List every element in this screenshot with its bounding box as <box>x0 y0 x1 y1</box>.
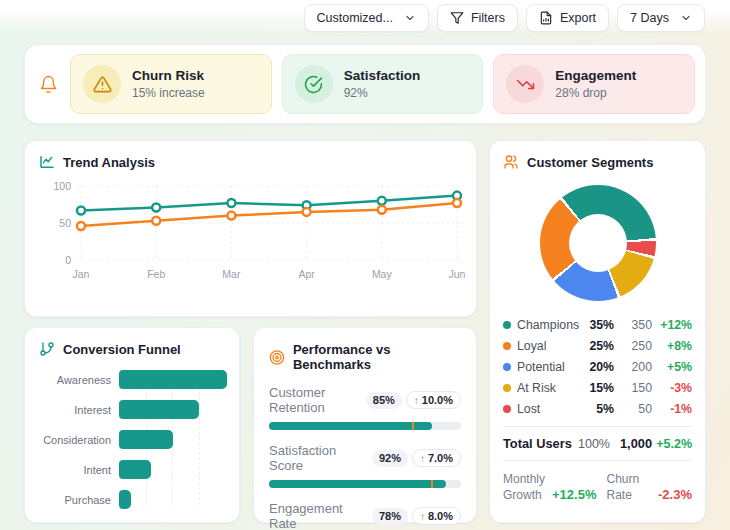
metric-label: Customer Retention <box>269 385 366 415</box>
metric-delta-value: 8.0% <box>428 510 453 522</box>
funnel-chart: Awareness Interest Consideration Intent … <box>39 370 227 509</box>
metric-value-badge: 78% <box>372 508 408 525</box>
alert-card-engagement: Engagement 28% drop <box>493 54 695 114</box>
metric-label: Satisfaction Score <box>269 443 372 473</box>
metric-value-badge: 85% <box>366 392 402 409</box>
panel-title: Conversion Funnel <box>63 342 181 357</box>
total-users-pct: 100% <box>574 437 610 451</box>
legend-dot <box>503 363 511 371</box>
segments-footer: Monthly Growth +12.5% Churn Rate -2.3% <box>503 468 692 503</box>
funnel-bar <box>119 430 173 449</box>
funnel-stage-label: Purchase <box>39 494 111 506</box>
svg-text:Feb: Feb <box>147 268 165 280</box>
svg-text:Jan: Jan <box>73 268 90 280</box>
filter-funnel-icon <box>450 11 464 25</box>
alert-title: Engagement <box>555 68 636 83</box>
churn-rate-value: -2.3% <box>658 487 692 503</box>
legend-dot <box>503 321 511 329</box>
trend-analysis-panel: Trend Analysis 100500JanFebMarAprMayJun <box>24 140 477 317</box>
legend-change: -1% <box>652 402 692 416</box>
metric-customer-retention: Customer Retention 85% ↑10.0% <box>269 385 461 430</box>
benchmarks-panel: Performance vs Benchmarks Customer Reten… <box>253 327 477 523</box>
legend-row-lost: Lost 5% 50 -1% <box>503 398 692 419</box>
alerts-panel: Churn Risk 15% increase Satisfaction 92%… <box>24 44 706 124</box>
legend-count: 250 <box>614 339 652 353</box>
svg-text:Apr: Apr <box>298 268 315 280</box>
legend-dot <box>503 384 511 392</box>
divider <box>503 460 692 461</box>
alert-title: Satisfaction <box>344 68 421 83</box>
legend-dot <box>503 342 511 350</box>
funnel-row: Interest <box>39 400 227 419</box>
up-arrow-icon: ↑ <box>414 395 419 406</box>
alert-subtitle: 92% <box>344 86 421 100</box>
legend-count: 350 <box>614 318 652 332</box>
total-users-count: 1,000 <box>610 436 652 451</box>
file-chart-icon <box>539 11 553 25</box>
funnel-row: Intent <box>39 460 227 479</box>
toolbar: Customized... Filters Export 7 Days <box>304 4 706 32</box>
alert-subtitle: 15% increase <box>132 86 205 100</box>
legend-count: 150 <box>614 381 652 395</box>
customer-segments-panel: Customer Segments Champions 35% 350 +12%… <box>489 140 706 523</box>
funnel-stage-label: Intent <box>39 464 111 476</box>
alert-title: Churn Risk <box>132 68 205 83</box>
metric-delta-value: 10.0% <box>422 394 453 406</box>
up-arrow-icon: ↑ <box>420 511 425 522</box>
legend-pct: 25% <box>580 339 614 353</box>
bell-icon <box>39 75 58 94</box>
panel-title: Trend Analysis <box>63 155 155 170</box>
legend-row-potential: Potential 20% 200 +5% <box>503 356 692 377</box>
legend-pct: 15% <box>580 381 614 395</box>
churn-rate-label: Churn Rate <box>606 472 651 503</box>
funnel-stage-label: Interest <box>39 404 111 416</box>
monthly-growth-stat: Monthly Growth +12.5% <box>503 472 596 503</box>
legend-count: 50 <box>614 402 652 416</box>
date-range-select[interactable]: 7 Days <box>617 4 705 32</box>
funnel-row: Awareness <box>39 370 227 389</box>
funnel-row: Purchase <box>39 490 227 509</box>
customized-select[interactable]: Customized... <box>304 4 429 32</box>
legend-pct: 35% <box>580 318 614 332</box>
export-button[interactable]: Export <box>526 4 609 32</box>
chevron-down-icon <box>404 12 416 24</box>
metric-engagement-rate: Engagement Rate 78% ↑8.0% <box>269 501 461 530</box>
panel-title: Performance vs Benchmarks <box>293 342 461 372</box>
legend-change: +5% <box>652 360 692 374</box>
trend-chart: 100500JanFebMarAprMayJun <box>41 174 469 302</box>
legend-name: Champions <box>517 318 580 332</box>
funnel-bar <box>119 490 131 509</box>
warning-triangle-icon <box>83 65 121 103</box>
churn-rate-stat: Churn Rate -2.3% <box>606 472 692 503</box>
legend-name: Loyal <box>517 339 580 353</box>
svg-text:0: 0 <box>65 254 71 266</box>
alert-subtitle: 28% drop <box>555 86 636 100</box>
funnel-stage-label: Consideration <box>39 434 111 446</box>
metric-delta-value: 7.0% <box>428 452 453 464</box>
users-icon <box>503 154 519 170</box>
funnel-bar <box>119 370 227 389</box>
legend-name: Lost <box>517 402 580 416</box>
date-range-label: 7 Days <box>630 11 669 25</box>
filters-button[interactable]: Filters <box>437 4 518 32</box>
alert-card-satisfaction: Satisfaction 92% <box>282 54 484 114</box>
branch-icon <box>39 341 55 357</box>
filters-button-label: Filters <box>471 11 505 25</box>
benchmark-marker <box>412 422 414 430</box>
check-circle-icon <box>295 65 333 103</box>
total-users-change: +5.2% <box>652 437 692 451</box>
total-users-label: Total Users <box>503 436 574 451</box>
svg-text:Jun: Jun <box>449 268 466 280</box>
benchmark-fill <box>269 480 446 488</box>
metric-delta-badge: ↑7.0% <box>412 449 461 467</box>
funnel-bar <box>119 400 199 419</box>
metric-delta-badge: ↑10.0% <box>406 391 461 409</box>
line-chart-icon <box>39 154 55 170</box>
customized-select-label: Customized... <box>317 11 393 25</box>
legend-pct: 5% <box>580 402 614 416</box>
legend-change: -3% <box>652 381 692 395</box>
metric-label: Engagement Rate <box>269 501 372 530</box>
svg-text:Mar: Mar <box>222 268 241 280</box>
total-users-row: Total Users 100% 1,000 +5.2% <box>503 434 692 453</box>
legend-name: Potential <box>517 360 580 374</box>
